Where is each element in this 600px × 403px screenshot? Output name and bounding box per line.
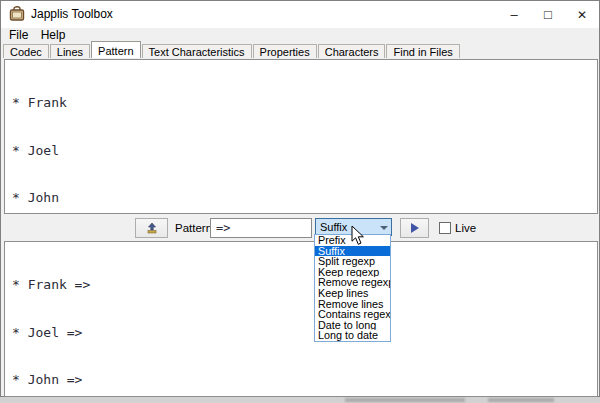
background-artifact <box>488 398 554 402</box>
tab-properties[interactable]: Properties <box>253 44 317 58</box>
pattern-input[interactable] <box>210 218 312 238</box>
tab-lines[interactable]: Lines <box>50 44 90 58</box>
window-controls: – □ ✕ <box>497 1 599 28</box>
pattern-toolbar: Pattern: Suffix Live <box>2 214 598 241</box>
menubar: File Help <box>1 28 599 42</box>
tabbar: Codec Lines Pattern Text Characteristics… <box>1 42 599 58</box>
tab-find-in-files[interactable]: Find in Files <box>386 44 459 58</box>
window-title: Japplis Toolbox <box>31 1 113 28</box>
desktop-background-strip <box>0 397 600 403</box>
toolbox-app-icon <box>9 6 25 22</box>
minimize-icon[interactable]: – <box>497 1 531 28</box>
combobox-value: Suffix <box>320 221 347 233</box>
titlebar[interactable]: Japplis Toolbox – □ ✕ <box>1 1 599 28</box>
arrow-up-icon <box>146 222 158 234</box>
input-line: * Frank <box>12 95 597 111</box>
tab-pattern[interactable]: Pattern <box>91 41 140 58</box>
output-textarea[interactable]: * Frank => * Joel => * John => * Jonas =… <box>4 241 598 397</box>
tab-text-characteristics[interactable]: Text Characteristics <box>142 44 252 58</box>
copy-output-to-input-button[interactable] <box>135 218 168 238</box>
dropdown-item-long-to-date[interactable]: Long to date <box>315 330 390 341</box>
dropdown-item-contains-regexp[interactable]: Contains regexp <box>315 309 390 320</box>
tab-codec[interactable]: Codec <box>3 44 49 58</box>
menu-file[interactable]: File <box>9 28 28 42</box>
dropdown-item-date-to-long[interactable]: Date to long <box>315 320 390 331</box>
input-textarea[interactable]: * Frank * Joel * John * Jonas * Jonathan… <box>4 59 598 214</box>
run-button[interactable] <box>400 218 429 238</box>
dropdown-item-keep-regexp[interactable]: Keep regexp <box>315 267 390 278</box>
mouse-cursor <box>351 225 365 246</box>
action-dropdown-list: Prefix Suffix Split regexp Keep regexp R… <box>314 234 391 342</box>
dropdown-item-remove-regexp[interactable]: Remove regexp <box>315 277 390 288</box>
input-line: * Joel <box>12 143 597 159</box>
output-line: * Frank => <box>12 277 597 293</box>
live-label: Live <box>455 218 476 238</box>
app-window: Japplis Toolbox – □ ✕ File Help Codec Li… <box>0 0 600 397</box>
dropdown-item-split-regexp[interactable]: Split regexp <box>315 256 390 267</box>
tab-characters[interactable]: Characters <box>318 44 386 58</box>
play-icon <box>411 223 419 233</box>
dropdown-item-suffix[interactable]: Suffix <box>315 246 390 257</box>
live-checkbox[interactable] <box>439 222 451 234</box>
dropdown-item-remove-lines[interactable]: Remove lines <box>315 299 390 310</box>
menu-help[interactable]: Help <box>41 28 66 42</box>
output-line: * John => <box>12 372 597 388</box>
input-line: * John <box>12 190 597 206</box>
output-line: * Joel => <box>12 325 597 341</box>
close-icon[interactable]: ✕ <box>565 1 599 28</box>
dropdown-item-keep-lines[interactable]: Keep lines <box>315 288 390 299</box>
chevron-down-icon <box>380 226 388 230</box>
background-artifact <box>345 398 465 402</box>
maximize-icon[interactable]: □ <box>531 1 565 28</box>
screen: Japplis Toolbox – □ ✕ File Help Codec Li… <box>0 0 600 403</box>
